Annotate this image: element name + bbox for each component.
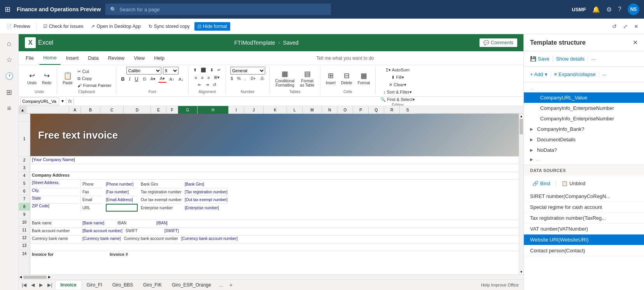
paste-button[interactable]: 📋 Paste bbox=[60, 70, 75, 87]
decimal-increase-button[interactable]: .0+ bbox=[248, 75, 257, 82]
unbind-button[interactable]: 📋 Unbind bbox=[559, 179, 588, 188]
tab-review[interactable]: Review bbox=[104, 51, 129, 65]
help-improve-text[interactable]: Help Improve Office bbox=[481, 283, 519, 287]
font-color-button[interactable]: A▾ bbox=[158, 75, 166, 83]
sum-button[interactable]: Σ▾ AutoSum bbox=[384, 67, 411, 73]
tree-item-enterprisenum1[interactable]: CompanyInfo_EnterpriseNumber bbox=[524, 103, 644, 113]
name-box-arrow[interactable]: ▼ bbox=[61, 99, 65, 103]
ds-vat[interactable]: VAT number(VATNumber) bbox=[524, 224, 644, 234]
panel-more-button[interactable]: ··· bbox=[591, 56, 596, 62]
hide-format-button[interactable]: ⊡ Hide format bbox=[194, 22, 230, 31]
sort-filter-button[interactable]: ↕ Sort & Filter▾ bbox=[382, 89, 413, 96]
ds-website-uri[interactable]: Website URI(WebsiteURI) bbox=[524, 234, 644, 245]
panel-more2-button[interactable]: ··· bbox=[602, 71, 607, 78]
app-grid-icon[interactable]: ⊞ bbox=[5, 5, 10, 14]
format-painter-button[interactable]: 🖌 Format Painter bbox=[76, 82, 113, 89]
tree-item-nodata[interactable]: ▶ NoData? bbox=[524, 145, 644, 155]
ds-contact[interactable]: Contact person(Contact) bbox=[524, 245, 644, 256]
insert-cell-button[interactable]: ⊞ Insert bbox=[324, 70, 338, 87]
undo-button[interactable]: ↩ Undo bbox=[25, 70, 39, 87]
decrease-font-button[interactable]: A↓ bbox=[177, 76, 185, 82]
sheet-tab-giro-esr[interactable]: Giro_ESR_Orange bbox=[167, 280, 216, 289]
tab-insert[interactable]: Insert bbox=[62, 51, 83, 65]
sidebar-recent-icon[interactable]: 🕐 bbox=[3, 69, 16, 83]
sidebar-menu-icon[interactable]: ≡ bbox=[5, 102, 14, 115]
tab-home[interactable]: Home bbox=[39, 51, 61, 65]
align-middle-button[interactable]: ⬛ bbox=[199, 67, 208, 73]
expand-collapse-button[interactable]: ≡ Expand/collapse bbox=[554, 70, 596, 79]
fill-button[interactable]: ⬇ Fill▾ bbox=[390, 74, 405, 81]
last-sheet-btn[interactable]: ▶| bbox=[46, 281, 54, 288]
horizontal-scrollbar[interactable]: ◀ ▶ bbox=[19, 274, 523, 279]
first-sheet-btn[interactable]: |◀ bbox=[20, 281, 28, 288]
help-icon[interactable]: ? bbox=[618, 6, 621, 13]
h-scroll-thumb[interactable] bbox=[23, 276, 47, 279]
tree-item-docdetails[interactable]: ▶ DocumentDetails bbox=[524, 134, 644, 145]
sheet-tab-giro-fi[interactable]: Giro_FI bbox=[82, 280, 107, 289]
popout-icon[interactable]: ⤢ bbox=[621, 22, 630, 31]
comments-button[interactable]: 💬 Comments bbox=[480, 38, 517, 47]
tab-file[interactable]: File bbox=[22, 51, 38, 65]
align-top-button[interactable]: ⬆ bbox=[192, 67, 198, 73]
grid-content[interactable]: Free text invoice [Your Company Name] bbox=[30, 114, 519, 274]
tree-item-bank[interactable]: ▶ CompanyInfo_Bank? bbox=[524, 124, 644, 134]
indent-decrease-button[interactable]: ⇤ bbox=[196, 82, 203, 88]
decimal-decrease-button[interactable]: .0- bbox=[258, 75, 266, 82]
sheet-tab-giro-fik[interactable]: Giro_FIK bbox=[138, 280, 167, 289]
tab-data[interactable]: Data bbox=[84, 51, 102, 65]
tree-item-enterprisenum2[interactable]: CompanyInfo_EnterpriseNumber bbox=[524, 113, 644, 124]
more-sheets-button[interactable]: ... bbox=[216, 281, 226, 289]
prev-sheet-btn[interactable]: ◀ bbox=[30, 281, 36, 288]
avatar[interactable]: NS bbox=[628, 3, 639, 15]
select-all-button[interactable]: ▲ bbox=[19, 106, 26, 114]
sheet-tab-invoice[interactable]: Invoice bbox=[55, 280, 81, 289]
border-button[interactable]: ⊡ bbox=[141, 76, 148, 82]
format-cell-button[interactable]: ▦ Format bbox=[355, 70, 373, 87]
bold-button[interactable]: B bbox=[119, 75, 126, 83]
check-issues-button[interactable]: ☑ Check for issues bbox=[40, 22, 87, 31]
open-desktop-button[interactable]: ↗ Open in Desktop App bbox=[88, 22, 144, 31]
settings-icon[interactable]: ⚙ bbox=[606, 6, 612, 13]
add-sheet-button[interactable]: + bbox=[226, 280, 236, 290]
sidebar-home-icon[interactable]: ⌂ bbox=[5, 37, 14, 50]
tree-item-companyurl[interactable]: CompanyURL_Value bbox=[524, 92, 644, 103]
copy-button[interactable]: ⧉ Copy bbox=[76, 75, 113, 82]
name-box[interactable]: CompanyURL_Va bbox=[20, 97, 59, 105]
panel-close-button[interactable]: ✕ bbox=[633, 39, 638, 46]
tab-help[interactable]: Help bbox=[150, 51, 168, 65]
conditional-formatting-button[interactable]: ▦ ConditionalFormatting bbox=[273, 68, 297, 89]
preview-button[interactable]: 📄 Preview bbox=[3, 22, 33, 31]
wrap-text-button[interactable]: ↵ bbox=[216, 67, 222, 73]
sync-button[interactable]: ↻ Sync stored copy bbox=[145, 22, 193, 31]
fill-color-button[interactable]: A▾ bbox=[149, 76, 157, 82]
merge-button[interactable]: ⊞▾ bbox=[212, 74, 221, 81]
number-format-select[interactable]: General bbox=[230, 67, 265, 75]
font-family-select[interactable]: Calibri bbox=[126, 67, 161, 75]
add-button[interactable]: + Add ▾ bbox=[530, 70, 548, 79]
notification-icon[interactable]: 🔔 bbox=[592, 6, 600, 13]
italic-button[interactable]: I bbox=[128, 75, 132, 83]
clear-button[interactable]: ✕ Clear▾ bbox=[387, 82, 408, 88]
indent-increase-button[interactable]: ⇥ bbox=[204, 82, 210, 88]
close-pane-icon[interactable]: ✕ bbox=[632, 22, 641, 31]
save-button[interactable]: 💾 Save bbox=[530, 54, 550, 63]
bind-button[interactable]: 🔗 Bind bbox=[530, 179, 553, 188]
align-left-button[interactable]: ≡ bbox=[193, 74, 198, 81]
font-size-select[interactable]: 9 bbox=[163, 67, 178, 75]
comma-button[interactable]: , bbox=[243, 75, 247, 82]
tell-me[interactable]: Tell me what you want to do bbox=[170, 56, 520, 61]
delete-cell-button[interactable]: ⊟ Delete bbox=[339, 70, 355, 87]
refresh-icon[interactable]: ↺ bbox=[610, 22, 619, 31]
show-details-button[interactable]: Show details bbox=[556, 54, 585, 63]
align-right-button[interactable]: ≡ bbox=[206, 74, 211, 81]
redo-button[interactable]: ↪ Redo bbox=[40, 70, 54, 87]
align-center-button[interactable]: ≡ bbox=[200, 74, 205, 81]
vertical-scrollbar[interactable]: ▲ ▼ bbox=[519, 114, 523, 274]
next-sheet-btn[interactable]: ▶ bbox=[38, 281, 44, 288]
ds-siret[interactable]: SIRET number(CompanyCoRegN... bbox=[524, 191, 644, 202]
url-cell-active[interactable] bbox=[106, 204, 138, 212]
ds-tax-reg[interactable]: Tax registration number(TaxReg... bbox=[524, 213, 644, 224]
ds-special-regime[interactable]: Special regime for cash account bbox=[524, 202, 644, 213]
percent-button[interactable]: % bbox=[235, 75, 242, 82]
sheet-tab-giro-bbs[interactable]: Giro_BBS bbox=[107, 280, 138, 289]
